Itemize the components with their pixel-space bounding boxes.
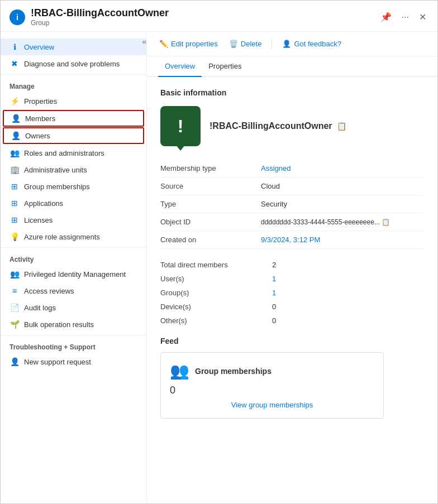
object-id-label: Object ID [160, 213, 261, 231]
sidebar-roles-label: Roles and administrators [24, 149, 104, 157]
sidebar-bulk-ops-label: Bulk operation results [24, 320, 94, 329]
sidebar-item-admin-units[interactable]: 🏢 Administrative units [1, 161, 146, 178]
sidebar-item-diagnose[interactable]: ✖ Diagnose and solve problems [1, 55, 146, 72]
troubleshooting-divider [1, 335, 146, 335]
feed-group-icon: 👥 [170, 362, 189, 380]
toolbar: ✏️ Edit properties 🗑️ Delete 👤 Got feedb… [147, 32, 437, 56]
edit-icon: ✏️ [159, 40, 168, 48]
pim-icon: 👥 [9, 270, 20, 279]
created-on-value: 9/3/2024, 3:12 PM [261, 236, 320, 244]
devices-label: Device(s) [160, 303, 272, 311]
copy-name-button[interactable]: 📋 [337, 122, 346, 131]
sidebar-item-applications[interactable]: ⊞ Applications [1, 195, 146, 212]
others-label: Other(s) [160, 316, 272, 325]
sidebar-collapse-button[interactable]: « [142, 37, 146, 46]
others-row: Other(s) 0 [160, 314, 424, 328]
sidebar-access-reviews-label: Access reviews [24, 287, 74, 295]
members-icon: 👤 [11, 114, 21, 123]
feed-card: 👥 Group memberships 0 View group members… [160, 352, 384, 419]
total-members-row: Total direct members 2 [160, 258, 424, 272]
feed-title: Feed [160, 337, 424, 345]
tab-properties[interactable]: Properties [202, 56, 248, 77]
bulk-ops-icon: 🌱 [9, 320, 20, 329]
table-row-source: Source Cloud [160, 177, 424, 195]
copy-object-id-button[interactable]: 📋 [382, 218, 390, 226]
users-value[interactable]: 1 [272, 275, 276, 283]
header-text: !RBAC-BillingAccountOwner Group [31, 7, 378, 27]
group-memberships-icon: ⊞ [9, 182, 20, 191]
sidebar-item-group-memberships[interactable]: ⊞ Group memberships [1, 178, 146, 195]
manage-section-label: Manage [1, 77, 146, 93]
sidebar-properties-label: Properties [24, 97, 57, 105]
groups-label: Group(s) [160, 289, 272, 297]
edit-label: Edit properties [171, 40, 218, 48]
delete-label: Delete [241, 40, 262, 48]
licenses-icon: ⊞ [9, 215, 20, 224]
sidebar-members-label: Members [25, 114, 55, 123]
total-members-value: 2 [272, 261, 276, 269]
sidebar-item-bulk-ops[interactable]: 🌱 Bulk operation results [1, 316, 146, 333]
created-on-label: Created on [160, 231, 261, 249]
sidebar-azure-roles-label: Azure role assignments [24, 233, 100, 241]
header-icon: i [9, 9, 25, 25]
close-button[interactable]: ✕ [417, 9, 429, 25]
activity-divider [1, 247, 146, 248]
basic-info-title: Basic information [160, 88, 424, 97]
sidebar-owners-label: Owners [25, 132, 50, 140]
source-label: Source [160, 177, 261, 195]
main-layout: « ℹ Overview ✖ Diagnose and solve proble… [1, 32, 437, 503]
access-reviews-icon: ≡ [9, 286, 20, 295]
delete-button[interactable]: 🗑️ Delete [228, 37, 263, 50]
sidebar-item-roles[interactable]: 👥 Roles and administrators [1, 145, 146, 161]
pin-button[interactable]: 📌 [378, 9, 394, 25]
users-label: User(s) [160, 275, 272, 283]
membership-type-value[interactable]: Assigned [261, 164, 291, 172]
support-icon: 👤 [9, 357, 20, 366]
feed-section: Feed 👥 Group memberships 0 View group me… [160, 337, 424, 419]
content-body: Basic information ! !RBAC-BillingAccount… [147, 77, 437, 430]
sidebar-item-overview[interactable]: ℹ Overview [1, 39, 146, 55]
sidebar-item-pim[interactable]: 👥 Privileged Identity Management [1, 266, 146, 282]
sidebar-diagnose-label: Diagnose and solve problems [24, 60, 120, 68]
roles-icon: 👥 [9, 148, 20, 157]
sidebar-item-support[interactable]: 👤 New support request [1, 353, 146, 370]
delete-icon: 🗑️ [229, 40, 238, 48]
sidebar-item-members[interactable]: 👤 Members [3, 110, 144, 127]
total-members-label: Total direct members [160, 261, 272, 269]
overview-icon: ℹ [9, 42, 20, 51]
content-area: ✏️ Edit properties 🗑️ Delete 👤 Got feedb… [147, 32, 437, 503]
membership-type-label: Membership type [160, 160, 261, 177]
header-subtitle: Group [31, 19, 378, 27]
type-label: Type [160, 195, 261, 213]
table-row-created-on: Created on 9/3/2024, 3:12 PM [160, 231, 424, 249]
diagnose-icon: ✖ [9, 59, 20, 68]
feed-card-header: 👥 Group memberships [170, 362, 374, 380]
sidebar-licenses-label: Licenses [24, 216, 53, 224]
info-table: Membership type Assigned Source Cloud Ty… [160, 160, 424, 249]
owners-icon: 👤 [11, 131, 21, 140]
feedback-label: Got feedback? [294, 40, 341, 48]
sidebar-item-licenses[interactable]: ⊞ Licenses [1, 212, 146, 228]
group-name: !RBAC-BillingAccountOwner [210, 121, 332, 131]
devices-row: Device(s) 0 [160, 300, 424, 314]
sidebar-item-azure-roles[interactable]: 💡 Azure role assignments [1, 228, 146, 245]
edit-properties-button[interactable]: ✏️ Edit properties [158, 37, 219, 50]
more-button[interactable]: ··· [399, 10, 411, 25]
groups-value[interactable]: 1 [272, 289, 276, 297]
sidebar-admin-units-label: Administrative units [24, 166, 87, 174]
feedback-button[interactable]: 👤 Got feedback? [281, 37, 342, 50]
sidebar-header: « [1, 32, 146, 39]
groups-row: Group(s) 1 [160, 286, 424, 300]
view-group-memberships-link[interactable]: View group memberships [170, 401, 374, 409]
others-value: 0 [272, 316, 276, 325]
toolbar-separator [272, 39, 272, 50]
object-id-value: dddddddd-3333-4444-5555-eeeeeeee... [261, 218, 380, 226]
sidebar-item-audit-logs[interactable]: 📄 Audit logs [1, 299, 146, 316]
manage-divider [1, 74, 146, 75]
tab-overview[interactable]: Overview [158, 56, 202, 77]
sidebar-item-owners[interactable]: 👤 Owners [3, 127, 144, 144]
sidebar-item-access-reviews[interactable]: ≡ Access reviews [1, 282, 146, 299]
sidebar-item-properties[interactable]: ⚡ Properties [1, 93, 146, 109]
feed-card-count: 0 [170, 385, 374, 396]
admin-units-icon: 🏢 [9, 165, 20, 174]
